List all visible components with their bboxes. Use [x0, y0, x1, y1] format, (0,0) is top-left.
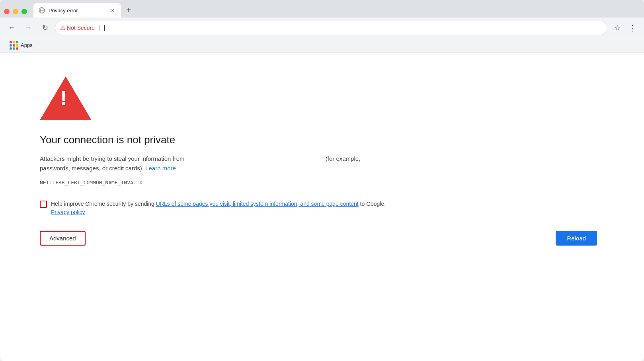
tab-close-button[interactable]: × [109, 7, 116, 14]
checkbox-wrapper [40, 201, 47, 209]
error-code: NET::ERR_CERT_COMMON_NAME_INVALID [40, 180, 604, 185]
tab-bar: Privacy error × + [0, 0, 644, 18]
address-cursor [104, 25, 105, 31]
address-separator: | [99, 25, 100, 31]
google-apps-grid-icon [10, 41, 18, 50]
forward-button[interactable]: → [21, 21, 35, 35]
window-controls [4, 9, 27, 18]
description-start: Attackers might be trying to steal your … [40, 155, 184, 162]
tab-title: Privacy error [49, 8, 106, 14]
chrome-security-link[interactable]: URLs of some pages you visit, limited sy… [156, 201, 359, 207]
checkbox-label: Help improve Chrome security by sending … [51, 200, 398, 217]
warning-triangle-icon: ⚠ [60, 24, 65, 31]
close-window-button[interactable] [4, 9, 10, 14]
browser-tab-active[interactable]: Privacy error × [33, 3, 121, 18]
buttons-row: Advanced Reload [40, 231, 597, 246]
maximize-window-button[interactable] [21, 9, 27, 14]
apps-bookmark[interactable]: Apps [6, 39, 36, 51]
reload-nav-button[interactable]: ↻ [38, 21, 52, 35]
checkbox-section: Help improve Chrome security by sending … [40, 200, 398, 217]
address-bar[interactable]: ⚠ Not Secure | [55, 21, 607, 35]
warning-triangle-large-icon [40, 76, 92, 120]
chrome-security-checkbox[interactable] [40, 201, 47, 208]
browser-window: Privacy error × + ← → ↻ ⚠ Not Secure | ☆… [0, 0, 644, 361]
bookmark-star-button[interactable]: ☆ [611, 21, 624, 35]
page-content: Your connection is not private Attackers… [0, 53, 644, 361]
checkbox-label-middle: to Google. [359, 201, 386, 207]
reload-button[interactable]: Reload [556, 231, 597, 246]
chrome-menu-button[interactable]: ⋮ [626, 21, 639, 35]
error-description: Attackers might be trying to steal your … [40, 154, 478, 173]
description-continuation: passwords, messages, or credit cards). [40, 165, 144, 172]
bookmarks-bar: Apps [0, 38, 644, 53]
not-secure-label: Not Secure [67, 25, 95, 31]
description-end: (for example, [326, 155, 361, 162]
nav-actions: ☆ ⋮ [611, 21, 639, 35]
checkbox-label-before: Help improve Chrome security by sending [51, 201, 156, 207]
advanced-button[interactable]: Advanced [40, 231, 86, 246]
tab-globe-icon [38, 7, 45, 14]
back-button[interactable]: ← [5, 21, 18, 35]
minimize-window-button[interactable] [13, 9, 18, 14]
nav-bar: ← → ↻ ⚠ Not Secure | ☆ ⋮ [0, 18, 644, 38]
learn-more-link[interactable]: Learn more [145, 165, 176, 172]
new-tab-button[interactable]: + [123, 4, 135, 16]
privacy-policy-link[interactable]: Privacy policy [51, 209, 85, 215]
error-icon-container [40, 76, 604, 122]
error-heading: Your connection is not private [40, 134, 604, 146]
security-badge: ⚠ Not Secure [60, 24, 95, 31]
apps-bookmark-label: Apps [21, 42, 33, 48]
